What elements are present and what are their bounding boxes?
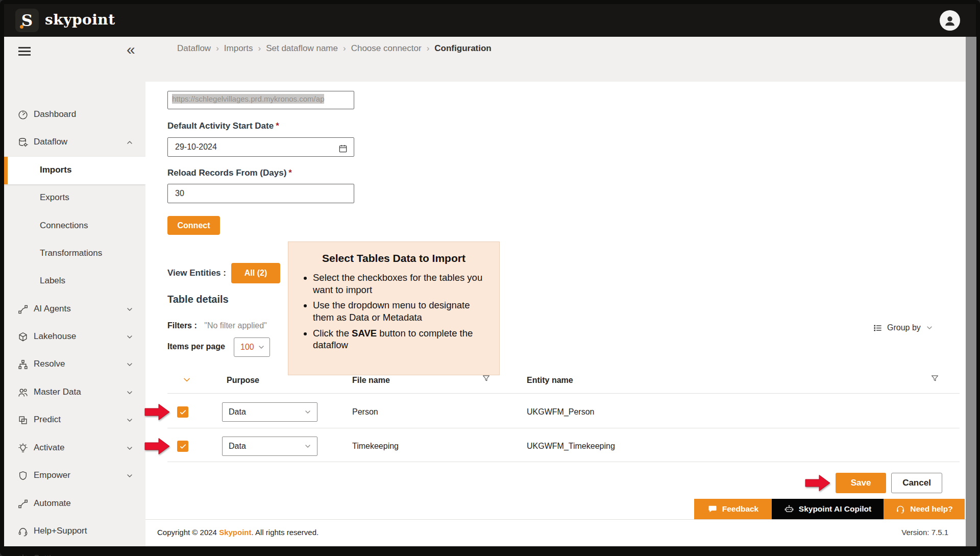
feedback-button[interactable]: Feedback [694,499,772,519]
breadcrumb-set-dataflow-name[interactable]: Set dataflow name [266,43,338,53]
reload-days-label: Reload Records From (Days)* [167,168,292,178]
sidebar-item-label: AI Agents [34,304,71,314]
chevron-down-icon[interactable] [126,389,134,397]
need-help-button[interactable]: Need help? [884,499,965,519]
cancel-button[interactable]: Cancel [891,473,942,493]
main-content: Dataflow›Imports›Set dataflow name›Choos… [145,37,966,546]
sidebar-item-label: Transformations [40,248,102,258]
start-date-input[interactable]: 29-10-2024 [167,137,354,157]
connector-url-input[interactable]: https://schlegelvillages.prd.mykronos.co… [167,91,354,109]
chevron-down-icon[interactable] [126,305,134,313]
skypoint-link[interactable]: Skypoint [219,528,251,537]
app-window: S skypoint « Dashboard Dataflow Imports … [0,0,980,556]
sidebar-item-predict[interactable]: Predict [4,406,145,434]
sidebar-item-settings[interactable]: Settings [4,545,145,556]
reload-days-input[interactable]: 30 [167,184,354,203]
sidebar-item-master-data[interactable]: Master Data [4,379,145,406]
sidebar: « Dashboard Dataflow Imports Exports Con… [4,37,145,546]
view-entities-all-button[interactable]: All (2) [231,263,280,283]
breadcrumb-dataflow[interactable]: Dataflow [177,43,211,53]
sidebar-item-lakehouse[interactable]: Lakehouse [4,323,145,351]
sidebar-item-help-support[interactable]: Help+Support [4,518,145,545]
breadcrumb-imports[interactable]: Imports [224,43,253,53]
breadcrumb-separator: › [427,43,430,53]
annotation-arrow-save [804,474,831,492]
sidebar-item-label: Help+Support [34,526,87,536]
chevron-down-icon[interactable] [126,444,134,452]
column-header-entity-name[interactable]: Entity name [527,375,573,385]
reload-days-value: 30 [175,189,184,198]
sidebar-item-dataflow[interactable]: Dataflow [4,129,145,156]
group-by-control[interactable]: Group by [873,321,934,335]
skypoint-ai-copilot-button[interactable]: Skypoint AI Copilot [772,499,884,519]
collapse-sidebar-icon[interactable]: « [127,41,135,58]
chevron-down-icon[interactable] [126,360,134,369]
row-checkbox-checked[interactable] [177,441,188,452]
flow-icon [17,498,29,510]
group-list-icon [873,323,883,333]
calendar-icon[interactable] [338,142,348,152]
sidebar-item-label: Settings [34,553,65,556]
sidebar-item-activate[interactable]: Activate [4,434,145,462]
sidebar-item-automate[interactable]: Automate [4,490,145,518]
breadcrumb-choose-connector[interactable]: Choose connector [351,43,422,53]
breadcrumb-separator: › [216,43,219,53]
nodes-icon [17,304,29,315]
start-date-label: Default Activity Start Date* [167,121,279,131]
sidebar-item-resolve[interactable]: Resolve [4,351,145,378]
user-avatar[interactable] [940,10,960,31]
gear-icon [17,553,29,556]
sidebar-item-exports[interactable]: Exports [4,184,145,212]
items-per-page-label: Items per page [167,337,225,356]
sidebar-item-label: Imports [40,165,71,175]
chevron-down-icon[interactable] [126,472,134,480]
menu-icon[interactable] [18,47,31,56]
sidebar-item-label: Dashboard [34,109,76,119]
headset-icon [895,504,905,514]
sidebar-item-connections[interactable]: Connections [4,212,145,240]
sidebar-item-labels[interactable]: Labels [4,268,145,295]
select-all-chevron-icon[interactable] [182,375,192,385]
breadcrumb: Dataflow›Imports›Set dataflow name›Choos… [177,41,492,56]
sidebar-item-label: Dataflow [34,137,67,147]
top-header: S skypoint [4,4,976,37]
version-text: Version: 7.5.1 [901,528,948,537]
connect-button[interactable]: Connect [167,216,220,235]
save-button[interactable]: Save [836,473,886,493]
chevron-down-icon[interactable] [126,416,134,424]
sidebar-item-transformations[interactable]: Transformations [4,240,145,268]
skypoint-logo[interactable]: S [15,9,39,32]
file-name-cell: Person [352,407,378,417]
table-divider [167,462,960,462]
sidebar-item-label: Master Data [34,387,81,397]
chevron-up-icon[interactable] [126,138,134,147]
instruction-callout: Select Tables Data to Import Select the … [288,241,500,375]
start-date-value: 29-10-2024 [175,142,217,151]
row-checkbox-checked[interactable] [177,406,188,418]
table-details-heading: Table details [167,294,229,305]
sidebar-item-dashboard[interactable]: Dashboard [4,101,145,129]
sidebar-item-imports[interactable]: Imports [4,157,145,184]
breadcrumb-band: Dataflow›Imports›Set dataflow name›Choos… [145,37,966,82]
cube-icon [17,331,29,343]
headset-icon [17,526,29,537]
table-divider [167,428,960,428]
gauge-icon [17,109,29,120]
purpose-dropdown[interactable]: Data [222,437,317,456]
brand-wordmark: skypoint [45,11,115,28]
vertical-scrollbar[interactable] [966,37,976,546]
items-per-page-select[interactable]: 100 [234,337,270,357]
chevron-down-icon[interactable] [126,333,134,341]
breadcrumb-configuration: Configuration [434,43,491,53]
sidebar-item-label: Resolve [34,359,65,369]
logo-dot [20,25,23,29]
sidebar-item-ai-agents[interactable]: AI Agents [4,296,145,323]
purpose-dropdown[interactable]: Data [222,402,317,422]
column-header-file-name[interactable]: File name [352,375,390,385]
filter-funnel-icon[interactable] [481,374,491,383]
overlapping-squares-icon [17,415,29,426]
column-header-purpose[interactable]: Purpose [227,375,259,385]
filter-funnel-icon[interactable] [930,374,940,383]
sidebar-item-empower[interactable]: Empower [4,462,145,490]
purpose-value: Data [229,407,304,417]
